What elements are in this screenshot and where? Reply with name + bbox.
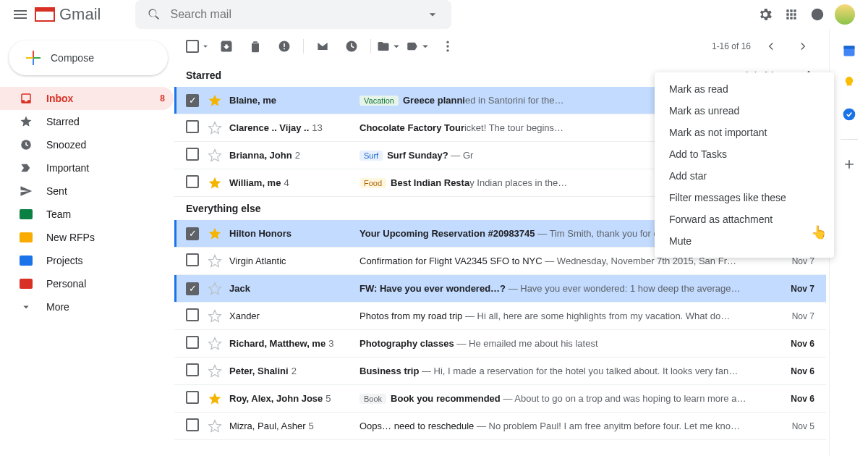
star-icon[interactable] xyxy=(208,392,222,406)
row-checkbox[interactable] xyxy=(186,148,200,163)
row-sender: William, me4 xyxy=(229,177,352,188)
search-options-icon[interactable] xyxy=(425,7,440,22)
sidebar-item-sent[interactable]: Sent xyxy=(0,180,174,203)
search-input[interactable] xyxy=(170,8,416,21)
row-checkbox[interactable] xyxy=(186,120,200,135)
snooze-icon[interactable] xyxy=(339,33,365,59)
sidebar-item-team[interactable]: Team xyxy=(0,203,174,226)
email-row[interactable]: Peter, Shalini2Business trip — Hi, I mad… xyxy=(174,358,826,385)
sidebar-item-new-rfps[interactable]: New RFPs xyxy=(0,226,174,249)
star-icon[interactable] xyxy=(208,364,222,379)
label-chip[interactable]: Surf xyxy=(359,151,383,161)
row-checkbox[interactable]: ✓ xyxy=(186,94,200,107)
sidebar-item-label: New RFPs xyxy=(46,232,95,243)
add-icon[interactable] xyxy=(842,157,856,172)
menu-item-add-star[interactable]: Add star xyxy=(655,165,834,187)
svg-rect-16 xyxy=(843,46,854,48)
star-icon[interactable] xyxy=(208,93,222,108)
label-chip[interactable]: Vacation xyxy=(359,96,399,106)
row-checkbox[interactable] xyxy=(186,363,200,379)
label-chip[interactable]: Food xyxy=(359,178,386,188)
star-icon[interactable] xyxy=(208,176,222,190)
sidebar-item-important[interactable]: Important xyxy=(0,156,174,180)
email-row[interactable]: ✓JackFW: Have you ever wondered…? — Have… xyxy=(174,275,826,303)
star-icon[interactable] xyxy=(208,309,222,324)
row-checkbox[interactable] xyxy=(186,308,200,324)
email-row[interactable]: Roy, Alex, John Jose5BookBook you recomm… xyxy=(174,385,826,413)
menu-item-mark-as-read[interactable]: Mark as read xyxy=(655,78,834,100)
labels-icon[interactable] xyxy=(406,33,432,59)
sidebar-item-inbox[interactable]: Inbox8 xyxy=(0,87,174,110)
more-icon[interactable] xyxy=(435,33,461,59)
row-checkbox[interactable] xyxy=(186,418,200,434)
select-all[interactable] xyxy=(186,40,210,53)
menu-item-filter-messages-like-these[interactable]: Filter messages like these xyxy=(655,187,834,208)
menu-item-forward-as-attachment[interactable]: Forward as attachment xyxy=(655,208,834,230)
sidebar-item-projects[interactable]: Projects xyxy=(0,249,174,272)
star-icon[interactable] xyxy=(208,227,222,241)
star-icon[interactable] xyxy=(208,419,222,434)
sidebar-item-snoozed[interactable]: Snoozed xyxy=(0,133,174,156)
row-subject: Oops… need to reschedule — No problem Pa… xyxy=(359,421,767,431)
star-icon[interactable] xyxy=(208,148,222,163)
archive-icon[interactable] xyxy=(213,33,239,59)
row-checkbox[interactable]: ✓ xyxy=(186,227,200,240)
row-checkbox[interactable] xyxy=(186,391,200,406)
next-page[interactable] xyxy=(791,35,814,58)
side-panel xyxy=(829,29,868,456)
send-icon xyxy=(19,184,33,198)
sidebar-item-starred[interactable]: Starred xyxy=(0,110,174,133)
star-icon[interactable] xyxy=(208,282,222,296)
row-date: Nov 6 xyxy=(774,339,814,349)
row-checkbox[interactable] xyxy=(186,253,200,269)
row-date: Nov 7 xyxy=(774,311,814,321)
avatar[interactable] xyxy=(833,3,856,26)
keep-icon[interactable] xyxy=(842,75,856,90)
search-bar[interactable] xyxy=(135,0,451,29)
svg-point-17 xyxy=(843,109,855,121)
compose-button[interactable]: Compose xyxy=(9,41,168,75)
page-counter: 1-16 of 16 xyxy=(712,41,751,51)
sidebar: Compose Inbox8StarredSnoozedImportantSen… xyxy=(0,29,174,456)
star-icon[interactable] xyxy=(208,121,222,135)
star-icon[interactable] xyxy=(208,254,222,269)
chevron-down-icon[interactable] xyxy=(200,41,210,51)
section-title: Starred xyxy=(186,69,221,81)
calendar-icon[interactable] xyxy=(842,43,856,58)
label-chip[interactable]: Book xyxy=(359,394,386,404)
svg-point-7 xyxy=(446,45,448,47)
tasks-icon[interactable] xyxy=(842,107,856,122)
email-row[interactable]: Mizra, Paul, Asher5Oops… need to resched… xyxy=(174,413,826,440)
inbox-icon xyxy=(19,91,33,106)
settings-icon[interactable] xyxy=(755,4,775,25)
tag-icon xyxy=(19,276,33,291)
row-checkbox[interactable]: ✓ xyxy=(186,282,200,295)
sidebar-item-personal[interactable]: Personal xyxy=(0,272,174,295)
apps-icon[interactable] xyxy=(781,4,801,25)
menu-icon[interactable] xyxy=(12,6,29,23)
row-sender: Peter, Shalini2 xyxy=(229,366,352,376)
row-checkbox[interactable] xyxy=(186,336,200,351)
delete-icon[interactable] xyxy=(242,33,268,59)
sidebar-item-label: Sent xyxy=(46,185,67,197)
row-sender: Clarence .. Vijay ..13 xyxy=(229,122,352,133)
sidebar-item-more[interactable]: More xyxy=(0,295,174,318)
menu-item-mark-as-not-important[interactable]: Mark as not important xyxy=(655,122,834,143)
svg-rect-4 xyxy=(284,48,285,50)
email-row[interactable]: Richard, Matthew, me3Photography classes… xyxy=(174,330,826,358)
menu-item-mute[interactable]: Mute xyxy=(655,230,834,252)
notifications-icon[interactable] xyxy=(807,4,827,25)
menu-item-add-to-tasks[interactable]: Add to Tasks xyxy=(655,143,834,165)
star-icon[interactable] xyxy=(208,337,222,351)
move-to-icon[interactable] xyxy=(377,33,403,59)
prev-page[interactable] xyxy=(760,35,783,58)
row-date: Nov 6 xyxy=(774,366,814,376)
mark-unread-icon[interactable] xyxy=(310,33,336,59)
email-row[interactable]: XanderPhotos from my road trip — Hi all,… xyxy=(174,303,826,330)
select-all-checkbox[interactable] xyxy=(186,40,199,53)
important-icon xyxy=(19,161,33,175)
row-checkbox[interactable] xyxy=(186,175,200,190)
spam-icon[interactable] xyxy=(271,33,297,59)
row-sender: Mizra, Paul, Asher5 xyxy=(229,421,352,431)
menu-item-mark-as-unread[interactable]: Mark as unread xyxy=(655,100,834,122)
